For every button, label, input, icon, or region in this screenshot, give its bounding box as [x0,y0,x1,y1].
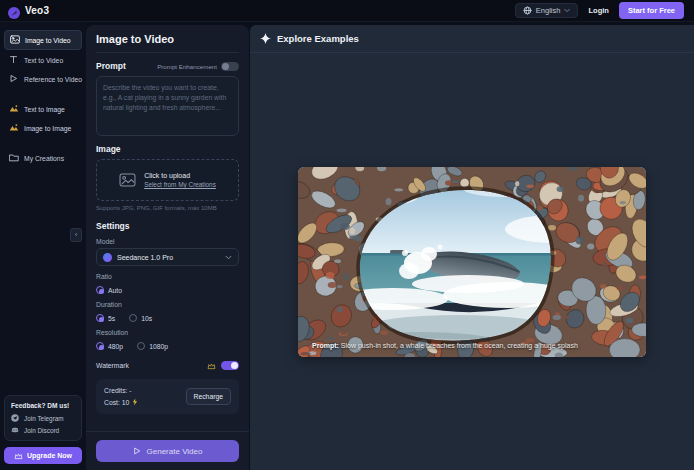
generation-panel: Image to Video Prompt Prompt Enhancement… [86,25,249,470]
select-from-creations-link[interactable]: Select from My Creations [144,181,216,188]
app-window: Veo3 English Login Start for Free [0,0,694,470]
ratio-option-auto[interactable]: Auto [96,286,122,294]
image-label: Image [96,144,239,154]
sidebar-item-image-to-video[interactable]: Image to Video [4,30,82,50]
duration-option-5s[interactable]: 5s [96,314,115,322]
sidebar-item-text-to-image[interactable]: Text to Image [4,100,82,118]
topbar: Veo3 English Login Start for Free [0,0,694,22]
language-label: English [536,6,561,15]
radio-icon [96,314,104,322]
radio-icon [137,342,145,350]
example-prompt-label: Prompt: [312,342,339,349]
watermark-label: Watermark [96,362,202,369]
resolution-label: Resolution [96,329,239,336]
join-discord-link[interactable]: Join Discord [11,426,75,434]
recharge-button[interactable]: Recharge [186,388,231,405]
sparkle-icon [260,33,271,44]
start-for-free-button[interactable]: Start for Free [619,2,684,19]
prompt-label: Prompt [96,61,126,71]
sidebar-item-text-to-video[interactable]: Text to Video [4,51,82,69]
radio-icon [96,342,104,350]
generate-video-button[interactable]: Generate Video [96,440,239,462]
prompt-input[interactable] [96,76,239,136]
sidebar-collapse-button[interactable]: ‹ [70,228,82,242]
brand[interactable]: Veo3 [8,5,49,17]
upload-image-icon [119,173,136,187]
radio-icon [96,286,104,294]
upload-hint: Supports JPG, PNG, GIF formats, max 10MB [96,205,239,211]
upload-title: Click to upload [144,172,190,179]
language-selector[interactable]: English [515,3,579,18]
examples-panel: Explore Examples [250,25,694,470]
chevron-down-icon [564,8,570,13]
prompt-enhancement-toggle[interactable] [221,62,239,71]
brand-name: Veo3 [25,5,49,16]
image-to-video-icon [10,35,20,45]
join-telegram-link[interactable]: Join Telegram [11,414,75,422]
lightning-icon [132,398,138,406]
model-value: Seedance 1.0 Pro [117,254,220,261]
panel-title: Image to Video [96,33,239,53]
sidebar: Image to Video Text to Video Reference t… [0,22,86,470]
watermark-toggle[interactable] [221,361,239,370]
credits-value: Credits: - [104,387,186,394]
resolution-option-1080p[interactable]: 1080p [137,342,168,350]
radio-icon [129,314,137,322]
model-select[interactable]: Seedance 1.0 Pro [96,248,239,266]
crown-icon [14,452,23,460]
example-video-card[interactable]: Prompt: Slow push-in shot, a whale breac… [298,167,646,357]
example-prompt-text: Slow push-in shot, a whale breaches from… [341,342,578,349]
cost-value: Cost: 10 [104,399,129,406]
feedback-box: Feedback? DM us! Join Telegram Join Disc… [4,395,82,441]
image-upload-dropzone[interactable]: Click to upload Select from My Creations [96,159,239,201]
text-to-image-icon [9,104,19,114]
resolution-option-480p[interactable]: 480p [96,342,123,350]
login-button[interactable]: Login [588,6,608,15]
telegram-icon [11,414,19,422]
discord-icon [11,426,19,434]
sidebar-item-image-to-image[interactable]: Image to Image [4,119,82,137]
example-prompt-caption: Prompt: Slow push-in shot, a whale breac… [312,342,638,349]
settings-label: Settings [96,221,239,231]
feedback-title: Feedback? DM us! [11,402,75,409]
example-whale-image [298,167,646,357]
text-icon [9,55,19,65]
sidebar-item-my-creations[interactable]: My Creations [4,149,82,167]
chevron-down-icon [225,255,232,260]
model-label: Model [96,238,239,245]
duration-option-10s[interactable]: 10s [129,314,152,322]
veo3-logo-icon [8,5,20,17]
model-icon [103,253,112,262]
prompt-enhancement-label: Prompt Enhancement [157,63,217,70]
credits-box: Credits: - Cost: 10 Recharge [96,379,239,414]
globe-icon [523,6,532,15]
folder-icon [9,153,19,163]
duration-label: Duration [96,301,239,308]
crown-premium-icon [207,362,216,370]
ratio-label: Ratio [96,273,239,280]
play-icon [133,447,141,455]
examples-title: Explore Examples [277,33,359,44]
upgrade-now-button[interactable]: Upgrade Now [4,447,82,464]
play-outline-icon [9,74,19,84]
sidebar-item-reference-to-video[interactable]: Reference to Video [4,70,82,88]
image-to-image-icon [9,123,19,133]
